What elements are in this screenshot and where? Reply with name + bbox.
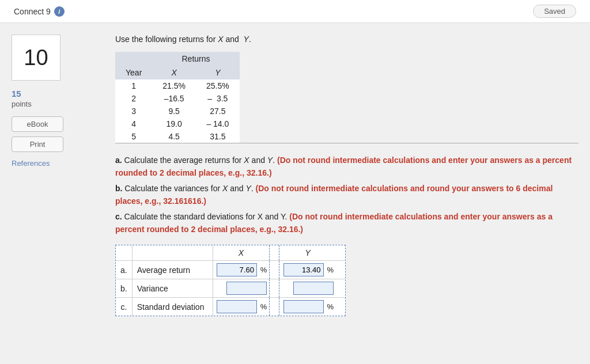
row-b-end (336, 279, 345, 298)
table-row: 4 19.0 – 14.0 (115, 117, 240, 130)
answer-table-container: X Y a. Average return % (115, 245, 346, 316)
row-c-y-input[interactable] (283, 300, 324, 313)
row-b-y-cell (279, 279, 336, 298)
returns-table-container: Returns Year X Y 1 21.5% 25.5% 2 (115, 52, 578, 143)
instruction-a: a. Calculate the average returns for X a… (115, 154, 578, 180)
y-5: 31.5 (196, 130, 240, 143)
instruction-b: b. Calculate the variances for X and Y. … (115, 182, 578, 208)
row-c-sep (270, 298, 279, 316)
row-b-sep (270, 279, 279, 298)
row-a-name: Average return (132, 261, 213, 279)
row-c-y-cell: % (279, 298, 336, 316)
row-b-x-cell (213, 279, 270, 298)
row-c-x-cell: % (213, 298, 270, 316)
row-c-y-pct: % (326, 302, 334, 311)
row-a-label: a. (116, 261, 132, 279)
table-row: 3 9.5 27.5 (115, 105, 240, 117)
points-label: points (12, 100, 109, 108)
x-5: 4.5 (152, 130, 196, 143)
y-2: – 3.5 (196, 92, 240, 105)
row-c-x-input[interactable] (217, 300, 257, 313)
year-5: 5 (115, 130, 152, 143)
top-bar-title-group: Connect 9 i (14, 6, 65, 17)
row-a-sep (270, 261, 279, 279)
x-1: 21.5% (152, 79, 196, 92)
returns-table: Returns Year X Y 1 21.5% 25.5% 2 (115, 52, 240, 143)
x-4: 19.0 (152, 117, 196, 130)
row-b-y-input[interactable] (293, 282, 334, 295)
references-link[interactable]: References (12, 157, 109, 170)
question-number-box: 10 (12, 35, 60, 81)
main-content: 10 15 points eBook Print References Use … (0, 23, 590, 329)
empty-name-col (132, 245, 213, 261)
left-panel: 10 15 points eBook Print References (12, 35, 109, 318)
table-row: 2 –16.5 – 3.5 (115, 92, 240, 105)
empty-end (336, 245, 345, 261)
col-year-header: Year (115, 66, 152, 79)
answer-row-a: a. Average return % % (116, 261, 345, 279)
row-c-x-pct: % (259, 302, 267, 311)
year-2: 2 (115, 92, 152, 105)
table-divider (115, 143, 578, 143)
row-a-y-input[interactable] (283, 263, 324, 276)
empty-sep (270, 245, 279, 261)
right-panel: Use the following returns for X and Y. R… (109, 35, 578, 318)
row-b-x-input[interactable] (226, 282, 267, 295)
answer-header-row: X Y (116, 245, 345, 261)
ebook-button[interactable]: eBook (12, 116, 63, 132)
y-4: – 14.0 (196, 117, 240, 130)
table-row: 1 21.5% 25.5% (115, 79, 240, 92)
col-x-header: X (152, 66, 196, 79)
year-3: 3 (115, 105, 152, 117)
row-a-x-input[interactable] (217, 263, 257, 276)
app-title: Connect 9 (14, 7, 51, 16)
returns-header: Returns (152, 52, 239, 66)
top-bar: Connect 9 i Saved (0, 0, 590, 23)
year-4: 4 (115, 117, 152, 130)
row-a-x-cell: % (213, 261, 270, 279)
row-a-y-pct: % (326, 266, 334, 274)
row-c-end (336, 298, 345, 316)
table-row: 5 4.5 31.5 (115, 130, 240, 143)
info-icon[interactable]: i (54, 6, 65, 17)
row-a-x-pct: % (259, 266, 267, 274)
instructions: a. Calculate the average returns for X a… (115, 154, 578, 236)
points-container: 15 (12, 89, 109, 98)
saved-button: Saved (533, 5, 576, 18)
points-value: 15 (12, 89, 21, 98)
print-button[interactable]: Print (12, 136, 63, 152)
answer-x-col-header: X (213, 245, 270, 261)
x-2: –16.5 (152, 92, 196, 105)
instruction-c: c. Calculate the standard deviations for… (115, 210, 578, 236)
row-c-name: Standard deviation (132, 298, 213, 316)
answer-row-c: c. Standard deviation % % (116, 298, 345, 316)
row-a-end (336, 261, 345, 279)
answer-row-b: b. Variance (116, 279, 345, 298)
row-b-name: Variance (132, 279, 213, 298)
row-c-label: c. (116, 298, 132, 316)
question-intro: Use the following returns for X and Y. (115, 35, 578, 44)
y-3: 27.5 (196, 105, 240, 117)
x-3: 9.5 (152, 105, 196, 117)
empty-label-col (116, 245, 132, 261)
row-a-y-cell: % (279, 261, 336, 279)
answer-table: X Y a. Average return % (116, 245, 345, 316)
y-1: 25.5% (196, 79, 240, 92)
row-b-label: b. (116, 279, 132, 298)
question-number: 10 (24, 46, 48, 70)
col-y-header: Y (196, 66, 240, 79)
year-1: 1 (115, 79, 152, 92)
answer-y-col-header: Y (279, 245, 336, 261)
